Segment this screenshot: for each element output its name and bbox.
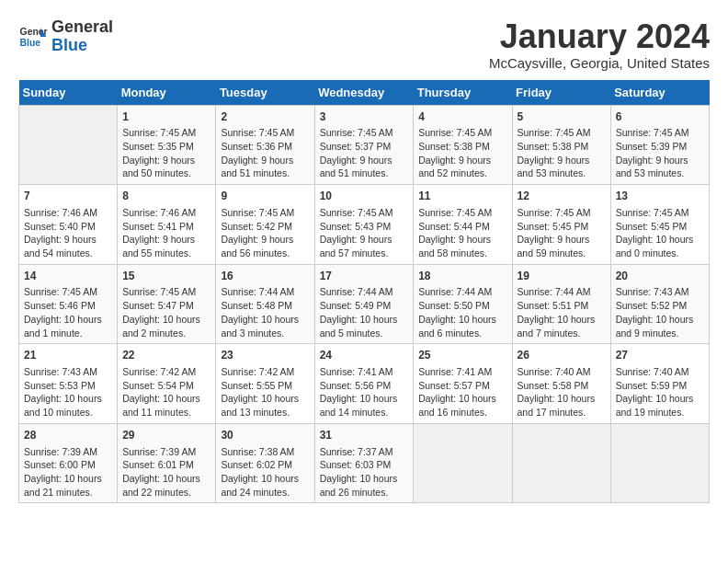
day-number: 4 xyxy=(418,109,506,125)
day-number: 5 xyxy=(518,109,606,125)
day-info: Sunrise: 7:41 AMSunset: 5:56 PMDaylight:… xyxy=(320,365,409,419)
calendar-cell xyxy=(610,423,709,503)
day-number: 26 xyxy=(518,348,606,363)
day-number: 17 xyxy=(320,269,409,284)
calendar-cell: 21Sunrise: 7:43 AMSunset: 5:53 PMDayligh… xyxy=(19,344,118,424)
day-info: Sunrise: 7:37 AMSunset: 6:03 PMDaylight:… xyxy=(320,445,409,500)
day-info: Sunrise: 7:45 AMSunset: 5:47 PMDaylight:… xyxy=(122,285,210,339)
page-header: General Blue General Blue January 2024 M… xyxy=(18,18,710,71)
day-number: 9 xyxy=(221,189,309,204)
day-info: Sunrise: 7:38 AMSunset: 6:02 PMDaylight:… xyxy=(221,445,309,500)
day-info: Sunrise: 7:45 AMSunset: 5:45 PMDaylight:… xyxy=(616,206,704,260)
calendar-cell: 2Sunrise: 7:45 AMSunset: 5:36 PMDaylight… xyxy=(216,105,314,185)
day-info: Sunrise: 7:40 AMSunset: 5:58 PMDaylight:… xyxy=(518,365,606,419)
header-sunday: Sunday xyxy=(19,80,118,106)
header-thursday: Thursday xyxy=(414,80,512,106)
calendar-cell: 10Sunrise: 7:45 AMSunset: 5:43 PMDayligh… xyxy=(314,185,414,265)
day-number: 19 xyxy=(518,269,606,284)
calendar-table: SundayMondayTuesdayWednesdayThursdayFrid… xyxy=(18,80,710,504)
calendar-cell: 24Sunrise: 7:41 AMSunset: 5:56 PMDayligh… xyxy=(314,344,414,424)
calendar-cell: 7Sunrise: 7:46 AMSunset: 5:40 PMDaylight… xyxy=(19,185,118,265)
calendar-cell: 15Sunrise: 7:45 AMSunset: 5:47 PMDayligh… xyxy=(118,264,216,344)
calendar-cell: 23Sunrise: 7:42 AMSunset: 5:55 PMDayligh… xyxy=(216,344,314,424)
calendar-cell xyxy=(19,105,118,185)
calendar-cell: 12Sunrise: 7:45 AMSunset: 5:45 PMDayligh… xyxy=(512,185,610,265)
day-info: Sunrise: 7:45 AMSunset: 5:42 PMDaylight:… xyxy=(221,206,309,260)
header-tuesday: Tuesday xyxy=(216,80,314,106)
calendar-subtitle: McCaysville, Georgia, United States xyxy=(489,55,710,71)
header-wednesday: Wednesday xyxy=(314,80,414,106)
calendar-cell: 25Sunrise: 7:41 AMSunset: 5:57 PMDayligh… xyxy=(414,344,512,424)
day-number: 31 xyxy=(320,428,409,443)
day-info: Sunrise: 7:45 AMSunset: 5:38 PMDaylight:… xyxy=(518,126,606,180)
calendar-week-row: 7Sunrise: 7:46 AMSunset: 5:40 PMDaylight… xyxy=(19,185,710,265)
day-info: Sunrise: 7:44 AMSunset: 5:51 PMDaylight:… xyxy=(518,285,606,339)
day-number: 25 xyxy=(418,348,506,363)
calendar-cell: 22Sunrise: 7:42 AMSunset: 5:54 PMDayligh… xyxy=(118,344,216,424)
day-info: Sunrise: 7:45 AMSunset: 5:46 PMDaylight:… xyxy=(24,285,112,339)
header-friday: Friday xyxy=(512,80,610,106)
svg-text:Blue: Blue xyxy=(20,37,41,47)
title-block: January 2024 McCaysville, Georgia, Unite… xyxy=(489,18,710,71)
calendar-cell: 30Sunrise: 7:38 AMSunset: 6:02 PMDayligh… xyxy=(216,423,314,503)
day-info: Sunrise: 7:43 AMSunset: 5:52 PMDaylight:… xyxy=(616,285,704,339)
logo: General Blue General Blue xyxy=(18,18,113,55)
calendar-cell: 5Sunrise: 7:45 AMSunset: 5:38 PMDaylight… xyxy=(512,105,610,185)
day-info: Sunrise: 7:45 AMSunset: 5:45 PMDaylight:… xyxy=(518,206,606,260)
logo-icon: General Blue xyxy=(18,22,48,52)
calendar-cell: 29Sunrise: 7:39 AMSunset: 6:01 PMDayligh… xyxy=(118,423,216,503)
calendar-header-row: SundayMondayTuesdayWednesdayThursdayFrid… xyxy=(19,80,710,106)
day-number: 11 xyxy=(418,189,506,204)
day-number: 21 xyxy=(24,348,112,363)
calendar-cell: 14Sunrise: 7:45 AMSunset: 5:46 PMDayligh… xyxy=(19,264,118,344)
day-number: 29 xyxy=(122,428,210,443)
day-info: Sunrise: 7:39 AMSunset: 6:01 PMDaylight:… xyxy=(122,445,210,500)
calendar-cell: 31Sunrise: 7:37 AMSunset: 6:03 PMDayligh… xyxy=(314,423,414,503)
day-info: Sunrise: 7:39 AMSunset: 6:00 PMDaylight:… xyxy=(24,445,112,500)
calendar-cell: 17Sunrise: 7:44 AMSunset: 5:49 PMDayligh… xyxy=(314,264,414,344)
calendar-cell xyxy=(414,423,512,503)
calendar-cell: 18Sunrise: 7:44 AMSunset: 5:50 PMDayligh… xyxy=(414,264,512,344)
calendar-cell: 13Sunrise: 7:45 AMSunset: 5:45 PMDayligh… xyxy=(610,185,709,265)
day-number: 24 xyxy=(320,348,409,363)
calendar-cell: 19Sunrise: 7:44 AMSunset: 5:51 PMDayligh… xyxy=(512,264,610,344)
day-number: 14 xyxy=(24,269,112,284)
day-number: 8 xyxy=(122,189,210,204)
calendar-week-row: 28Sunrise: 7:39 AMSunset: 6:00 PMDayligh… xyxy=(19,423,710,503)
day-number: 27 xyxy=(616,348,704,363)
day-info: Sunrise: 7:41 AMSunset: 5:57 PMDaylight:… xyxy=(418,365,506,419)
day-number: 13 xyxy=(616,189,704,204)
day-info: Sunrise: 7:43 AMSunset: 5:53 PMDaylight:… xyxy=(24,365,112,419)
day-info: Sunrise: 7:40 AMSunset: 5:59 PMDaylight:… xyxy=(616,365,704,419)
day-info: Sunrise: 7:45 AMSunset: 5:38 PMDaylight:… xyxy=(418,126,506,180)
day-number: 28 xyxy=(24,428,112,443)
calendar-cell: 11Sunrise: 7:45 AMSunset: 5:44 PMDayligh… xyxy=(414,185,512,265)
logo-text: General Blue xyxy=(51,18,113,55)
calendar-cell: 16Sunrise: 7:44 AMSunset: 5:48 PMDayligh… xyxy=(216,264,314,344)
calendar-cell: 6Sunrise: 7:45 AMSunset: 5:39 PMDaylight… xyxy=(610,105,709,185)
calendar-cell: 26Sunrise: 7:40 AMSunset: 5:58 PMDayligh… xyxy=(512,344,610,424)
day-number: 7 xyxy=(24,189,112,204)
calendar-cell xyxy=(512,423,610,503)
day-info: Sunrise: 7:42 AMSunset: 5:55 PMDaylight:… xyxy=(221,365,309,419)
day-info: Sunrise: 7:45 AMSunset: 5:36 PMDaylight:… xyxy=(221,126,309,180)
day-number: 15 xyxy=(122,269,210,284)
day-info: Sunrise: 7:44 AMSunset: 5:50 PMDaylight:… xyxy=(418,285,506,339)
calendar-cell: 4Sunrise: 7:45 AMSunset: 5:38 PMDaylight… xyxy=(414,105,512,185)
day-info: Sunrise: 7:46 AMSunset: 5:40 PMDaylight:… xyxy=(24,206,112,260)
calendar-week-row: 21Sunrise: 7:43 AMSunset: 5:53 PMDayligh… xyxy=(19,344,710,424)
calendar-cell: 27Sunrise: 7:40 AMSunset: 5:59 PMDayligh… xyxy=(610,344,709,424)
day-info: Sunrise: 7:44 AMSunset: 5:49 PMDaylight:… xyxy=(320,285,409,339)
header-saturday: Saturday xyxy=(610,80,709,106)
day-number: 6 xyxy=(616,109,704,125)
calendar-cell: 1Sunrise: 7:45 AMSunset: 5:35 PMDaylight… xyxy=(118,105,216,185)
calendar-week-row: 14Sunrise: 7:45 AMSunset: 5:46 PMDayligh… xyxy=(19,264,710,344)
day-number: 30 xyxy=(221,428,309,443)
day-number: 18 xyxy=(418,269,506,284)
day-number: 20 xyxy=(616,269,704,284)
calendar-cell: 3Sunrise: 7:45 AMSunset: 5:37 PMDaylight… xyxy=(314,105,414,185)
day-info: Sunrise: 7:45 AMSunset: 5:37 PMDaylight:… xyxy=(320,126,409,180)
day-info: Sunrise: 7:45 AMSunset: 5:39 PMDaylight:… xyxy=(616,126,704,180)
day-number: 10 xyxy=(320,189,409,204)
calendar-cell: 9Sunrise: 7:45 AMSunset: 5:42 PMDaylight… xyxy=(216,185,314,265)
